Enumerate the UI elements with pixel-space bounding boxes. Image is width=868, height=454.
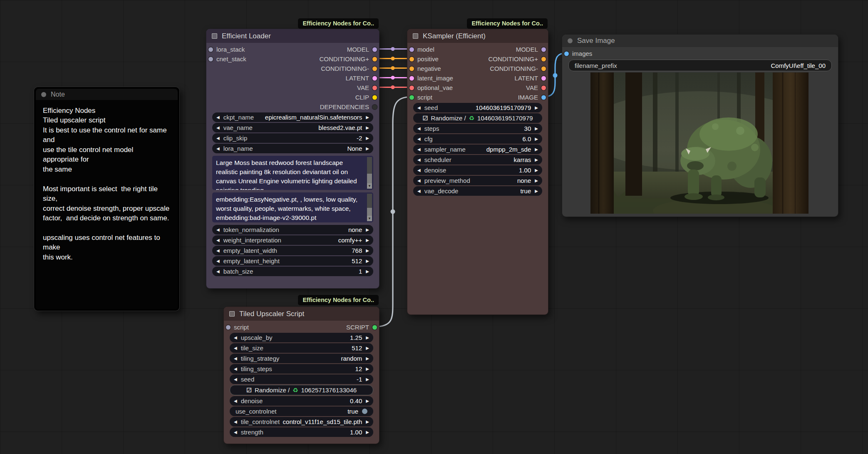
output-port-conditioning-minus[interactable] — [541, 66, 546, 71]
decrement-arrow-icon[interactable]: ◀ — [234, 377, 237, 382]
increment-arrow-icon[interactable]: ▶ — [535, 189, 538, 193]
scrollbar-thumb[interactable] — [367, 194, 372, 208]
efficient-loader-header[interactable]: Efficient Loader — [206, 29, 379, 43]
input-port-script[interactable] — [226, 325, 231, 329]
increment-arrow-icon[interactable]: ▶ — [366, 136, 369, 140]
output-port-script[interactable] — [372, 325, 377, 329]
widget-vae-decode[interactable]: ◀ vae_decode true ▶ — [413, 186, 542, 196]
output-port-latent[interactable] — [541, 76, 546, 80]
decrement-arrow-icon[interactable]: ◀ — [216, 259, 220, 263]
increment-arrow-icon[interactable]: ▶ — [535, 179, 538, 183]
scroll-down-icon[interactable]: ▼ — [367, 183, 372, 189]
decrement-arrow-icon[interactable]: ◀ — [417, 147, 421, 152]
widget-tile-size[interactable]: ◀ tile_size 512 ▶ — [230, 343, 373, 353]
output-port-image[interactable] — [541, 95, 546, 100]
widget-empty-latent-width[interactable]: ◀ empty_latent_width 768 ▶ — [212, 246, 373, 255]
output-port-dependencies[interactable] — [372, 105, 377, 109]
output-port-model[interactable] — [372, 47, 377, 52]
decrement-arrow-icon[interactable]: ◀ — [216, 115, 220, 120]
increment-arrow-icon[interactable]: ▶ — [535, 168, 538, 172]
decrement-arrow-icon[interactable]: ◀ — [216, 249, 220, 253]
increment-arrow-icon[interactable]: ▶ — [366, 249, 369, 253]
increment-arrow-icon[interactable]: ▶ — [366, 259, 369, 263]
node-graph-canvas[interactable]: Efficiency Nodes for Co.. Efficiency Nod… — [0, 0, 868, 454]
randomize-seed-button[interactable]: ⚂ Randomize / ♻ 1062571376133046 — [230, 385, 373, 395]
input-port-script[interactable] — [409, 95, 414, 100]
scrollbar-thumb[interactable] — [367, 157, 372, 174]
decrement-arrow-icon[interactable]: ◀ — [216, 126, 220, 130]
widget-upscale-by[interactable]: ◀ upscale_by 1.25 ▶ — [230, 333, 373, 342]
widget-sampler-name[interactable]: ◀ sampler_name dpmpp_2m_sde ▶ — [413, 145, 542, 154]
widget-filename-prefix[interactable]: filename_prefix ComfyUI\eff_tile_00 — [568, 60, 832, 71]
output-port-vae[interactable] — [372, 85, 377, 90]
output-port-clip[interactable] — [372, 95, 377, 100]
input-port-optional-vae[interactable] — [409, 85, 414, 90]
increment-arrow-icon[interactable]: ▶ — [366, 228, 369, 232]
input-port-negative[interactable] — [409, 66, 414, 71]
increment-arrow-icon[interactable]: ▶ — [366, 399, 369, 403]
scrollbar[interactable]: ▼ — [367, 194, 372, 221]
increment-arrow-icon[interactable]: ▶ — [535, 137, 538, 141]
input-port-positive[interactable] — [409, 57, 414, 61]
increment-arrow-icon[interactable]: ▶ — [366, 430, 369, 434]
increment-arrow-icon[interactable]: ▶ — [535, 127, 538, 131]
decrement-arrow-icon[interactable]: ◀ — [417, 137, 421, 141]
collapse-dot-icon[interactable] — [41, 92, 46, 97]
ksampler-header[interactable]: KSampler (Efficient) — [407, 29, 548, 43]
negative-prompt-textarea[interactable]: embedding:EasyNegative.pt, , lowres, low… — [212, 192, 373, 222]
increment-arrow-icon[interactable]: ▶ — [366, 115, 369, 120]
output-port-model[interactable] — [541, 47, 546, 52]
output-port-conditioning-plus[interactable] — [541, 57, 546, 61]
increment-arrow-icon[interactable]: ▶ — [535, 147, 538, 152]
scroll-down-icon[interactable]: ▼ — [367, 216, 372, 221]
ksampler-efficient-node[interactable]: KSampler (Efficient) model MODEL positiv… — [407, 29, 548, 315]
increment-arrow-icon[interactable]: ▶ — [366, 420, 369, 424]
increment-arrow-icon[interactable]: ▶ — [535, 158, 538, 162]
output-port-vae[interactable] — [541, 85, 546, 90]
widget-vae-name[interactable]: ◀ vae_name blessed2.vae.pt ▶ — [212, 123, 373, 132]
output-port-conditioning-minus[interactable] — [372, 66, 377, 71]
input-port-cnet-stack[interactable] — [208, 57, 213, 61]
input-port-latent-image[interactable] — [409, 76, 414, 80]
note-node[interactable]: Note Efficiency Nodes Tiled upscaler scr… — [34, 87, 179, 311]
input-port-lora-stack[interactable] — [208, 47, 213, 52]
decrement-arrow-icon[interactable]: ◀ — [417, 106, 421, 110]
widget-batch-size[interactable]: ◀ batch_size 1 ▶ — [212, 267, 373, 276]
collapse-box-icon[interactable] — [212, 33, 217, 39]
increment-arrow-icon[interactable]: ▶ — [366, 147, 369, 151]
output-port-conditioning-plus[interactable] — [372, 57, 377, 61]
decrement-arrow-icon[interactable]: ◀ — [216, 228, 220, 232]
increment-arrow-icon[interactable]: ▶ — [366, 238, 369, 242]
widget-cfg[interactable]: ◀ cfg 6.0 ▶ — [413, 134, 542, 144]
decrement-arrow-icon[interactable]: ◀ — [234, 367, 237, 371]
decrement-arrow-icon[interactable]: ◀ — [234, 399, 237, 403]
save-image-header[interactable]: Save Image — [562, 35, 838, 47]
widget-seed[interactable]: ◀ seed -1 ▶ — [230, 374, 373, 384]
widget-strength[interactable]: ◀ strength 1.00 ▶ — [230, 427, 373, 437]
widget-clip-skip[interactable]: ◀ clip_skip -2 ▶ — [212, 133, 373, 143]
increment-arrow-icon[interactable]: ▶ — [366, 126, 369, 130]
decrement-arrow-icon[interactable]: ◀ — [234, 346, 237, 350]
widget-ckpt-name[interactable]: ◀ ckpt_name epicrealism_naturalSin.safet… — [212, 112, 373, 122]
decrement-arrow-icon[interactable]: ◀ — [234, 357, 237, 361]
input-port-model[interactable] — [409, 47, 414, 52]
toggle-dot-icon[interactable] — [362, 409, 367, 414]
randomize-seed-button[interactable]: ⚂ Randomize / ♻ 1046036195170979 — [413, 113, 542, 123]
decrement-arrow-icon[interactable]: ◀ — [417, 127, 421, 131]
widget-weight-interpretation[interactable]: ◀ weight_interpretation comfy++ ▶ — [212, 235, 373, 245]
decrement-arrow-icon[interactable]: ◀ — [234, 430, 237, 434]
increment-arrow-icon[interactable]: ▶ — [366, 346, 369, 350]
widget-tiling-strategy[interactable]: ◀ tiling_strategy random ▶ — [230, 354, 373, 363]
tiled-upscaler-script-node[interactable]: Tiled Upscaler Script script SCRIPT ◀ up… — [223, 307, 379, 444]
widget-lora-name[interactable]: ◀ lora_name None ▶ — [212, 144, 373, 153]
decrement-arrow-icon[interactable]: ◀ — [417, 158, 421, 162]
decrement-arrow-icon[interactable]: ◀ — [216, 136, 220, 140]
widget-scheduler[interactable]: ◀ scheduler karras ▶ — [413, 155, 542, 165]
positive-prompt-textarea[interactable]: Large Moss beast redwood forest landscap… — [212, 156, 373, 190]
increment-arrow-icon[interactable]: ▶ — [366, 377, 369, 382]
scrollbar[interactable]: ▼ — [367, 157, 372, 189]
widget-preview-method[interactable]: ◀ preview_method none ▶ — [413, 176, 542, 185]
widget-use-controlnet-toggle[interactable]: use_controlnet true — [230, 407, 373, 416]
widget-seed[interactable]: ◀ seed 1046036195170979 ▶ — [413, 103, 542, 112]
save-image-node[interactable]: Save Image images filename_prefix ComfyU… — [562, 34, 838, 217]
